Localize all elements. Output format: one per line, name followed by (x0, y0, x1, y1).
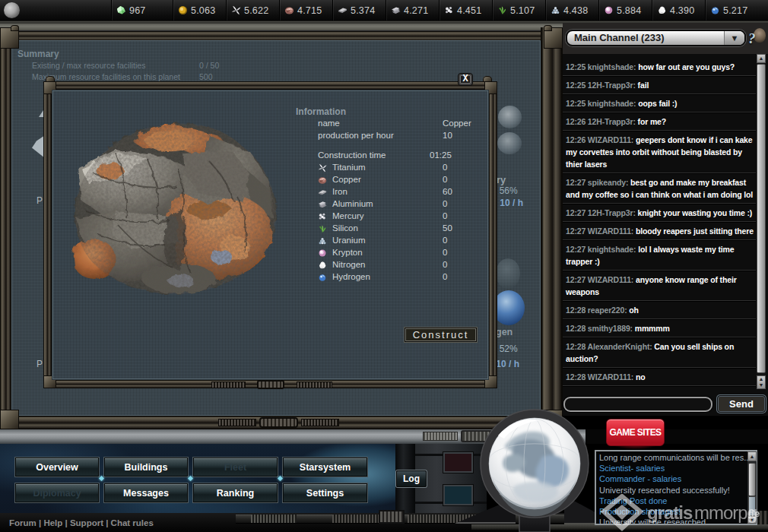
svg-text:gratis: gratis (647, 502, 693, 523)
svg-text:de: de (748, 508, 760, 519)
svg-text:mmorpg: mmorpg (694, 502, 757, 523)
